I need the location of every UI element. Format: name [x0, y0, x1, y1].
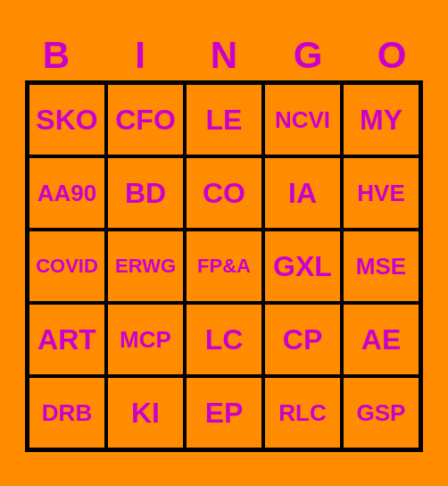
cell-2-0[interactable]: COVID: [28, 230, 106, 303]
header-letter-i: I: [101, 34, 179, 77]
cell-1-4[interactable]: HVE: [342, 156, 420, 230]
header-letter-o: O: [353, 34, 431, 77]
cell-3-3[interactable]: CP: [263, 303, 342, 376]
cell-2-4[interactable]: MSE: [342, 230, 420, 303]
cell-3-0[interactable]: ART: [28, 303, 106, 376]
cell-3-2[interactable]: LC: [185, 303, 263, 376]
cell-4-3[interactable]: RLC: [263, 376, 342, 449]
cell-0-1[interactable]: CFO: [106, 83, 185, 156]
cell-3-1[interactable]: MCP: [106, 303, 185, 376]
cell-0-2[interactable]: LE: [185, 83, 263, 156]
cell-1-1[interactable]: BD: [106, 156, 185, 230]
cell-1-2[interactable]: CO: [185, 156, 263, 230]
bingo-grid: SKO CFO LE NCVI MY AA90 BD CO IA HVE COV…: [25, 80, 423, 452]
cell-2-3[interactable]: GXL: [263, 230, 342, 303]
header-letter-g: G: [269, 34, 347, 77]
cell-1-0[interactable]: AA90: [28, 156, 106, 230]
cell-2-2[interactable]: FP&A: [185, 230, 263, 303]
cell-0-3[interactable]: NCVI: [263, 83, 342, 156]
header-letter-n: N: [185, 34, 263, 77]
cell-2-1[interactable]: ERWG: [106, 230, 185, 303]
cell-3-4[interactable]: AE: [342, 303, 420, 376]
cell-4-2[interactable]: EP: [185, 376, 263, 449]
bingo-header: B I N G O: [14, 34, 434, 77]
bingo-card: B I N G O SKO CFO LE NCVI MY AA90 BD CO …: [5, 25, 443, 461]
cell-1-3[interactable]: IA: [263, 156, 342, 230]
cell-0-0[interactable]: SKO: [28, 83, 106, 156]
header-letter-b: B: [17, 34, 95, 77]
cell-4-1[interactable]: KI: [106, 376, 185, 449]
cell-4-0[interactable]: DRB: [28, 376, 106, 449]
cell-0-4[interactable]: MY: [342, 83, 420, 156]
cell-4-4[interactable]: GSP: [342, 376, 420, 449]
